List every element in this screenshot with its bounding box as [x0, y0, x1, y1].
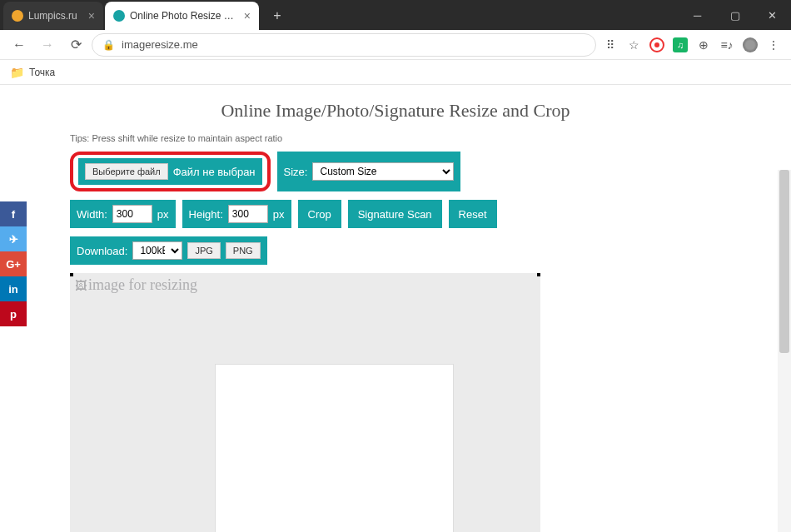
- bookmarks-bar: 📁 Точка: [0, 60, 791, 85]
- size-select[interactable]: Custom Size: [312, 162, 454, 181]
- height-control: Height: px: [182, 200, 291, 228]
- page-content: Online Image/Photo/Signature Resize and …: [0, 85, 791, 532]
- content-area: Tips: Press shift while resize to mainta…: [0, 133, 791, 532]
- extension-icons: ⠿ ☆ ♫ ⊕ ≡♪ ⋮: [599, 37, 784, 52]
- crop-button[interactable]: Crop: [298, 200, 341, 228]
- download-size-select[interactable]: 100kB: [132, 241, 182, 260]
- share-linkedin[interactable]: in: [0, 276, 27, 301]
- px-label: px: [157, 208, 169, 221]
- resize-handle-tr[interactable]: [537, 273, 540, 276]
- folder-icon: 📁: [10, 66, 24, 79]
- minimize-button[interactable]: ─: [679, 0, 716, 30]
- extension-alert-icon[interactable]: [649, 37, 664, 52]
- close-icon[interactable]: ×: [88, 9, 95, 22]
- file-picker-wrap: Выберите файл Файл не выбран: [78, 158, 262, 185]
- size-label: Size:: [284, 166, 308, 178]
- share-facebook[interactable]: f: [0, 201, 27, 226]
- lumpics-favicon: [12, 10, 23, 22]
- tab-imageresize[interactable]: Online Photo Resize and Crop | R ×: [105, 2, 259, 30]
- share-twitter[interactable]: ✈: [0, 226, 27, 251]
- bookmark-item[interactable]: Точка: [29, 67, 55, 78]
- browser-menu-button[interactable]: ⋮: [766, 37, 781, 52]
- resize-handle-tl[interactable]: [70, 273, 73, 276]
- close-icon[interactable]: ×: [244, 9, 251, 22]
- vertical-scrollbar[interactable]: [778, 170, 791, 532]
- image-alt-text: image for resizing: [75, 276, 197, 294]
- readlist-icon[interactable]: ≡♪: [719, 37, 734, 52]
- scrollbar-thumb[interactable]: [779, 170, 789, 353]
- new-tab-button[interactable]: +: [266, 4, 289, 27]
- row-download: Download: 100kB JPG PNG: [70, 236, 756, 265]
- share-pinterest[interactable]: p: [0, 301, 27, 326]
- reset-button[interactable]: Reset: [449, 200, 497, 228]
- tips-text: Tips: Press shift while resize to mainta…: [70, 133, 756, 143]
- row-file-size: Выберите файл Файл не выбран Size: Custo…: [70, 152, 756, 191]
- width-input[interactable]: [112, 205, 152, 223]
- px-label: px: [273, 208, 285, 221]
- download-control: Download: 100kB JPG PNG: [70, 236, 267, 265]
- omnibox[interactable]: 🔒 imageresize.me: [92, 33, 596, 57]
- window-title-bar: Lumpics.ru × Online Photo Resize and Cro…: [0, 0, 791, 30]
- reload-button[interactable]: ⟳: [63, 32, 88, 57]
- star-icon[interactable]: ☆: [626, 37, 641, 52]
- signature-scan-button[interactable]: Signature Scan: [348, 200, 442, 228]
- maximize-button[interactable]: ▢: [716, 0, 754, 30]
- height-input[interactable]: [228, 205, 268, 223]
- tab-label: Lumpics.ru: [28, 10, 83, 22]
- tab-label: Online Photo Resize and Crop | R: [130, 10, 239, 22]
- social-sidebar: f ✈ G+ in p: [0, 201, 27, 326]
- close-window-button[interactable]: ✕: [754, 0, 791, 30]
- width-label: Width:: [77, 208, 107, 221]
- choose-file-button[interactable]: Выберите файл: [85, 163, 168, 180]
- size-control: Size: Custom Size: [277, 152, 461, 191]
- share-google-plus[interactable]: G+: [0, 251, 27, 276]
- file-picker-highlight: Выберите файл Файл не выбран: [70, 152, 271, 191]
- imageresize-favicon: [113, 10, 125, 22]
- url-text: imageresize.me: [122, 38, 198, 51]
- translate-icon[interactable]: ⠿: [603, 37, 618, 52]
- width-control: Width: px: [70, 200, 176, 228]
- window-controls: ─ ▢ ✕: [679, 0, 791, 30]
- canvas-preview: [216, 365, 453, 532]
- tabs-area: Lumpics.ru × Online Photo Resize and Cro…: [0, 0, 679, 30]
- tab-lumpics[interactable]: Lumpics.ru ×: [3, 2, 103, 30]
- globe-icon[interactable]: ⊕: [696, 37, 711, 52]
- back-button[interactable]: ←: [7, 32, 32, 57]
- file-status: Файл не выбран: [173, 166, 256, 178]
- row-dimensions: Width: px Height: px Crop Signature Scan…: [70, 200, 756, 228]
- forward-button[interactable]: →: [35, 32, 60, 57]
- jpg-button[interactable]: JPG: [187, 242, 220, 259]
- png-button[interactable]: PNG: [226, 242, 261, 259]
- height-label: Height:: [189, 208, 223, 221]
- profile-avatar[interactable]: [743, 37, 758, 52]
- address-bar: ← → ⟳ 🔒 imageresize.me ⠿ ☆ ♫ ⊕ ≡♪ ⋮: [0, 30, 791, 60]
- page-title: Online Image/Photo/Signature Resize and …: [0, 85, 791, 127]
- lock-icon: 🔒: [102, 39, 115, 51]
- image-resize-area[interactable]: image for resizing: [70, 273, 540, 532]
- download-label: Download:: [77, 245, 127, 257]
- extension-green-icon[interactable]: ♫: [673, 37, 688, 52]
